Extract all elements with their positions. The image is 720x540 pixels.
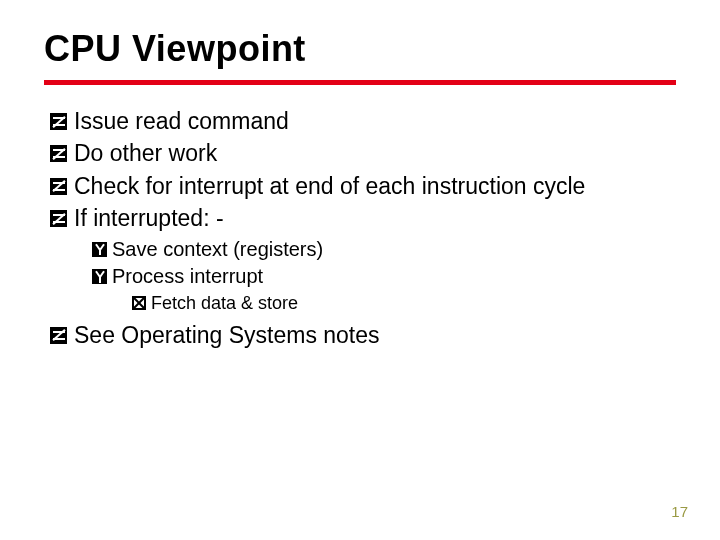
bullet-l1: Issue read command	[44, 107, 676, 136]
bullet-text: Do other work	[74, 139, 676, 168]
slide: CPU Viewpoint Issue read command Do othe…	[0, 0, 720, 540]
slide-title: CPU Viewpoint	[44, 28, 676, 70]
bullet-text: Fetch data & store	[151, 292, 298, 315]
z-bullet-icon	[50, 178, 67, 195]
bullet-text: Process interrupt	[112, 264, 263, 290]
bullet-text: Save context (registers)	[112, 237, 323, 263]
z-bullet-icon	[50, 113, 67, 130]
bullet-text: If interrupted: -	[74, 204, 676, 233]
bullet-l3: Fetch data & store	[44, 292, 676, 315]
bullet-l1: Do other work	[44, 139, 676, 168]
z-bullet-icon	[50, 327, 67, 344]
bullet-l1: See Operating Systems notes	[44, 321, 676, 350]
y-bullet-icon	[92, 269, 107, 284]
title-underline	[44, 80, 676, 85]
y-bullet-icon	[92, 242, 107, 257]
bullet-text: Check for interrupt at end of each instr…	[74, 172, 676, 201]
slide-body: Issue read command Do other work Check f…	[44, 107, 676, 350]
bullet-l2: Process interrupt	[44, 264, 676, 290]
page-number: 17	[671, 503, 688, 520]
bullet-text: Issue read command	[74, 107, 676, 136]
bullet-l1: Check for interrupt at end of each instr…	[44, 172, 676, 201]
z-bullet-icon	[50, 210, 67, 227]
z-bullet-icon	[50, 145, 67, 162]
x-bullet-icon	[132, 296, 146, 310]
bullet-l1: If interrupted: -	[44, 204, 676, 233]
bullet-text: See Operating Systems notes	[74, 321, 676, 350]
bullet-l2: Save context (registers)	[44, 237, 676, 263]
